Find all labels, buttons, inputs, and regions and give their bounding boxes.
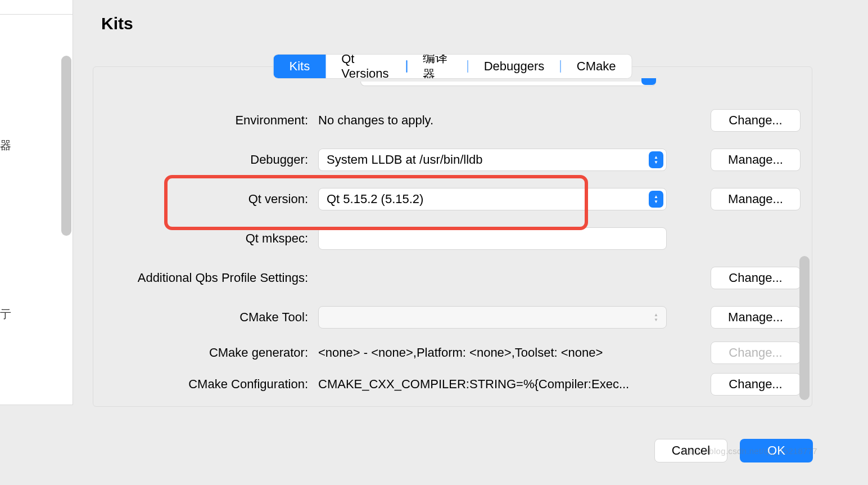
row-qt-mkspec: Qt mkspec: xyxy=(105,219,801,258)
kits-settings-panel: Kits Qt Versions 编译器 Debuggers CMake Env… xyxy=(93,66,812,407)
updown-icon: ▲▼ xyxy=(649,309,663,326)
tab-compilers[interactable]: 编译器 xyxy=(407,55,467,78)
watermark-text: https://blog.csdn.net/qq_25218777 xyxy=(682,446,817,456)
cmake-configuration-value: CMAKE_CXX_COMPILER:STRING=%{Compiler:Exe… xyxy=(318,377,678,392)
cmake-generator-change-button: Change... xyxy=(711,342,801,364)
qt-mkspec-input[interactable] xyxy=(318,227,667,250)
sidebar-scrollbar[interactable] xyxy=(61,56,71,236)
tab-qt-versions[interactable]: Qt Versions xyxy=(326,55,406,78)
qt-version-label: Qt version: xyxy=(105,192,318,206)
cmake-generator-label: CMake generator: xyxy=(105,345,318,360)
cmake-configuration-change-button[interactable]: Change... xyxy=(711,373,801,396)
debugger-select-value: System LLDB at /usr/bin/lldb xyxy=(327,152,483,167)
qt-version-select-value: Qt 5.15.2 (5.15.2) xyxy=(327,192,423,206)
settings-tabs: Kits Qt Versions 编译器 Debuggers CMake xyxy=(273,54,632,79)
row-qbs-profile: Additional Qbs Profile Settings: Change.… xyxy=(105,258,801,298)
row-qt-version: Qt version: Qt 5.15.2 (5.15.2) ▲▼ Manage… xyxy=(105,179,801,219)
preferences-sidebar: 器 亍 xyxy=(0,0,73,405)
cmake-generator-value: <none> - <none>,Platform: <none>,Toolset… xyxy=(318,345,678,360)
cmake-tool-label: CMake Tool: xyxy=(105,310,318,325)
qbs-change-button[interactable]: Change... xyxy=(711,267,801,289)
environment-value: No changes to apply. xyxy=(318,113,667,128)
row-cmake-generator: CMake generator: <none> - <none>,Platfor… xyxy=(105,337,801,369)
truncated-combo-arrows xyxy=(641,78,656,85)
environment-change-button[interactable]: Change... xyxy=(711,109,801,132)
sidebar-list[interactable]: 器 亍 xyxy=(0,53,73,405)
truncated-combo-edge xyxy=(360,82,656,86)
row-cmake-configuration: CMake Configuration: CMAKE_CXX_COMPILER:… xyxy=(105,369,801,400)
sidebar-top-strip xyxy=(0,0,73,15)
tab-kits[interactable]: Kits xyxy=(274,55,326,78)
tab-debuggers[interactable]: Debuggers xyxy=(468,55,560,78)
row-environment: Environment: No changes to apply. Change… xyxy=(105,101,801,140)
cmake-tool-manage-button[interactable]: Manage... xyxy=(711,306,801,329)
updown-icon: ▲▼ xyxy=(649,191,663,208)
updown-icon: ▲▼ xyxy=(649,151,663,168)
row-debugger: Debugger: System LLDB at /usr/bin/lldb ▲… xyxy=(105,140,801,179)
cmake-tool-select[interactable]: ▲▼ xyxy=(318,306,667,329)
kit-form: Environment: No changes to apply. Change… xyxy=(105,101,801,400)
sidebar-item-glyph[interactable]: 器 xyxy=(0,138,11,153)
qt-version-manage-button[interactable]: Manage... xyxy=(711,188,801,210)
debugger-select[interactable]: System LLDB at /usr/bin/lldb ▲▼ xyxy=(318,149,667,171)
environment-label: Environment: xyxy=(105,113,318,128)
sidebar-item-glyph[interactable]: 亍 xyxy=(0,307,11,322)
qt-version-select[interactable]: Qt 5.15.2 (5.15.2) ▲▼ xyxy=(318,188,667,210)
page-title: Kits xyxy=(101,14,133,33)
debugger-manage-button[interactable]: Manage... xyxy=(711,149,801,171)
cmake-configuration-label: CMake Configuration: xyxy=(105,377,318,392)
debugger-label: Debugger: xyxy=(105,152,318,167)
panel-scrollbar[interactable] xyxy=(799,256,810,400)
qbs-profile-label: Additional Qbs Profile Settings: xyxy=(105,271,318,285)
qt-mkspec-label: Qt mkspec: xyxy=(105,231,318,246)
row-cmake-tool: CMake Tool: ▲▼ Manage... xyxy=(105,298,801,337)
tab-cmake[interactable]: CMake xyxy=(561,55,632,78)
